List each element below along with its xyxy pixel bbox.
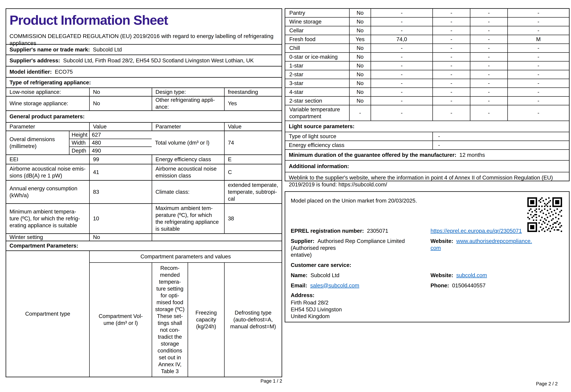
dimension-key-height: Height [70,131,89,139]
compartment-defrost-value: - [507,79,569,87]
model-identifier-value: ECO75 [55,69,73,75]
compartment-volume-value: - [371,88,432,96]
eprel-link[interactable]: https://eprel.ec.europa.eu/qr/2305071 [431,228,522,234]
table-row: 1-star No - - - - [285,61,569,70]
compartment-defrost-value: - [507,97,569,105]
total-volume-value: 74 [224,131,282,154]
page2-sheet: Pantry No - - - - Wine storage No - - - … [285,8,570,181]
supplier-address-row: Supplier's address: Subcold Ltd, Firth R… [6,55,282,66]
light-source-type-value: - [432,132,569,140]
parameter-label: Airborne acoustical noise emission class [152,164,224,180]
general-heading-row: General product parameters: [6,110,282,122]
dimensions-row: Overal dimensions (millimetre) Height Wi… [6,131,282,154]
table-row: Wine storage No - - - - [285,17,569,26]
qr-finder-top-left [527,197,537,207]
compartment-temp-value: - [432,105,470,121]
compartment-volume-value: - [371,97,432,105]
param-header-1: Parameter [6,123,89,131]
param-header-2: Parameter [152,123,224,131]
winter-setting-row: Winter setting No [6,233,282,241]
care-phone-cell: Phone: 01506440557 [431,282,564,289]
general-parameter-row: Annual energy consumption (kWh/a) 83 Cli… [6,180,282,203]
compartment-freezing-value: - [470,18,507,26]
compartment-freezing-value: - [470,9,507,17]
compartment-defrost-value: - [507,44,569,52]
page1-header: Product Information Sheet COMMISSION DEL… [6,9,282,44]
total-volume-label: Total volume (dm³ or l) [152,131,224,154]
compartment-temp-value: - [432,35,470,43]
care-name: Name: Subcold Ltd [291,272,431,279]
winter-setting-empty [152,234,282,241]
compartment-params-header: Compartment parameters and values Compar… [89,251,282,377]
compartment-volume-value: - [371,79,432,87]
parameter-label: Minimum ambient tempera- ture (ºC), for … [6,204,89,233]
address-lines: Firth Road 28/2 EH54 5DJ Livingston Unit… [291,299,564,320]
customer-care-heading: Customer care service: [291,262,564,269]
eprel-value: 2305071 [367,228,388,234]
compartment-freezing-value: - [470,79,507,87]
parameter-value: E [224,155,282,164]
qr-code [527,197,562,232]
parameter-value: C [224,164,282,180]
eprel-registration: EPREL registration number: 2305071 [291,227,431,234]
website-label: Website: [431,238,453,244]
general-heading: General product parameters: [6,111,282,122]
volume-column-header: Compartment Vol- ume (dm³ or l) [90,263,152,377]
compartment-header-block: Compartment type Compartment parameters … [6,251,282,377]
compartment-label: 1-star [285,62,349,70]
compartment-freezing-value: - [470,62,507,70]
compartment-label: 0-star or ice-making [285,53,349,61]
compartment-present-value: No [349,70,371,79]
name-value: Subcold Ltd [311,272,339,278]
compartment-volume-value: - [371,44,432,52]
compartment-temp-value: - [432,9,470,17]
dimension-values: 627 480 490 [89,131,152,154]
compartment-band-header: Compartment parameters and values [90,251,282,263]
model-identifier-row: Model identifier: ECO75 [6,66,282,77]
compartment-volume-value: - [371,70,432,79]
winter-setting-value: No [89,234,152,241]
supplier-name: Supplier's name or trade mark: Subcold L… [6,45,282,55]
email-label: Email: [291,282,307,289]
compartment-volume-value: - [371,62,432,70]
guarantee-value: 12 months [459,152,485,158]
supplier-row: Supplier: Authorised Rep Compliance Limi… [291,238,564,258]
value-header-1: Value [89,123,152,131]
parameter-value: 38 [224,204,282,233]
guarantee-row: Minimum duration of the guarantee offere… [285,149,569,160]
table-row: 0-star or ice-making No - - - - [285,52,569,61]
table-row: Cellar No - - - - [285,26,569,35]
name-label: Name: [291,272,307,278]
address-label: Address: [291,292,564,299]
compartment-present-value: No [349,53,371,61]
light-source-type-label: Type of light source [285,132,432,140]
supplier-name-value: Subcold Ltd [93,46,122,53]
table-row: 2-star section No - - - - [285,96,569,105]
parameter-value: 83 [89,181,152,203]
design-type-value: freestanding [224,88,282,96]
type-heading-row: Type of refrigerating appliance: [6,77,282,87]
table-row: 2-star No - - - - [285,70,569,79]
care-website-cell: Website: subcold.com [431,272,564,279]
compartment-present-value: No [349,26,371,35]
model-identifier-label: Model identifier: [10,69,52,75]
phone-label: Phone: [431,282,449,289]
parameter-label: Energy efficiency class [152,155,224,164]
dimension-value-width: 480 [90,139,152,147]
email-link[interactable]: sales@subcold.com [310,282,359,289]
market-info-box: Model placed on the Union market from 20… [285,191,570,322]
dimension-keys: Height Width Depth [69,131,89,154]
general-parameter-row: Airborne acoustical noise emis- sions (d… [6,164,282,180]
eprel-label: EPREL registration number: [291,228,364,234]
care-website-link[interactable]: subcold.com [456,272,487,278]
compartment-freezing-value: - [470,26,507,35]
dimension-value-depth: 490 [90,146,152,154]
care-email: Email: sales@subcold.com [291,282,431,289]
light-efficiency-value: - [432,141,569,149]
parameter-label: Climate class: [152,181,224,203]
low-noise-row: Low-noise appliance: No Design type: fre… [6,87,282,96]
table-row: Pantry No - - - - [285,9,569,17]
compartment-present-value: No [349,97,371,105]
parameter-value: 99 [89,155,152,164]
compartment-label: Chill [285,44,349,52]
